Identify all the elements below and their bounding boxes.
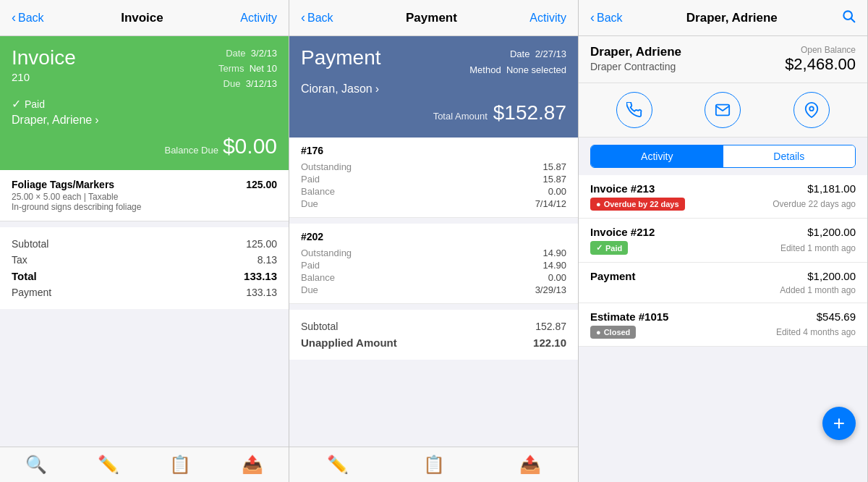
- total-amount-row: Total Amount $152.87: [301, 101, 566, 124]
- invoice-terms-row: Terms Net 10: [218, 62, 277, 77]
- overdue-badge: ● Overdue by 22 days: [590, 198, 685, 211]
- contact-nav-title: Draper, Adriene: [686, 11, 778, 25]
- payment-tab-bar: ✏️ 📋 📤: [289, 447, 578, 482]
- line2-outstanding: Outstanding 14.90: [301, 247, 566, 259]
- payment-panel: ‹ Back Payment Activity Payment Date 2/2…: [289, 0, 579, 482]
- payment-line-2-number: #202: [301, 231, 566, 242]
- tax-value: 8.13: [258, 254, 277, 266]
- terms-label: Terms: [218, 63, 244, 74]
- details-tab[interactable]: Details: [723, 145, 856, 167]
- invoice-paid-row: ✓ Paid: [12, 97, 277, 111]
- payment-line-2: #202 Outstanding 14.90 Paid 14.90 Balanc…: [289, 224, 578, 304]
- line-item-amount: 125.00: [246, 179, 277, 190]
- payment-edit-icon[interactable]: ✏️: [327, 454, 349, 475]
- activity-item-time: Added 1 month ago: [780, 285, 856, 295]
- invoice-title: Invoice: [12, 46, 76, 69]
- contact-name: Draper, Adriene: [590, 45, 681, 59]
- activity-item-sub: ● Closed Edited 4 months ago: [590, 326, 856, 339]
- invoice-header: Invoice 210 Date 3/2/13 Terms Net 10 Due…: [0, 36, 289, 170]
- line1-balance: Balance 0.00: [301, 185, 566, 198]
- contact-search-button[interactable]: [841, 9, 856, 27]
- list-item[interactable]: Invoice #213 $1,181.00 ● Overdue by 22 d…: [579, 175, 867, 219]
- closed-badge: ● Closed: [590, 326, 636, 339]
- contact-action-icons: [579, 83, 867, 138]
- invoice-back-button[interactable]: ‹ Back: [12, 10, 44, 25]
- svg-line-1: [851, 19, 855, 22]
- date-value: 3/2/13: [251, 48, 277, 59]
- invoice-tab-bar: 🔍 ✏️ 📋 📤: [0, 447, 289, 482]
- balance-due-row: Balance Due $0.00: [12, 134, 277, 158]
- activity-item-amount: $1,200.00: [807, 270, 856, 282]
- activity-item-sub: ● Overdue by 22 days Overdue 22 days ago: [590, 198, 856, 211]
- payment-share-icon[interactable]: 📤: [519, 454, 541, 475]
- line2-balance: Balance 0.00: [301, 271, 566, 284]
- contact-header: Draper, Adriene Draper Contracting Open …: [579, 36, 867, 83]
- list-item[interactable]: Estimate #1015 $545.69 ● Closed Edited 4…: [579, 303, 867, 347]
- summary-subtotal: Subtotal 152.87: [301, 318, 566, 334]
- activity-item-time: Overdue 22 days ago: [773, 199, 856, 209]
- due-label: Due: [224, 78, 241, 89]
- invoice-activity-button[interactable]: Activity: [240, 12, 277, 25]
- payment-date-label: Date: [510, 48, 529, 59]
- payment-date-value: 2/27/13: [535, 48, 566, 59]
- terms-value: Net 10: [250, 63, 277, 74]
- activity-item-amount: $545.69: [817, 310, 856, 323]
- list-item[interactable]: Invoice #212 $1,200.00 ✓ Paid Edited 1 m…: [579, 219, 867, 263]
- closed-icon: ●: [596, 328, 601, 337]
- paid-badge: ✓ Paid: [590, 241, 628, 255]
- fab-button[interactable]: +: [822, 407, 856, 440]
- balance-due-label: Balance Due: [164, 145, 218, 156]
- search-tab-icon[interactable]: 🔍: [25, 454, 47, 475]
- paid-check-icon: ✓: [596, 243, 603, 253]
- edit-tab-icon[interactable]: ✏️: [98, 454, 119, 475]
- tax-row: Tax 8.13: [12, 252, 277, 268]
- invoice-status: Paid: [25, 98, 45, 110]
- invoice-panel: ‹ Back Invoice Activity Invoice 210 Date…: [0, 0, 289, 482]
- line2-due: Due 3/29/13: [301, 284, 566, 296]
- line-items-section: Foliage Tags/Markers 125.00 25.00 × 5.00…: [0, 170, 289, 221]
- payment-client[interactable]: Cioran, Jason ›: [301, 83, 566, 96]
- totals-section: Subtotal 125.00 Tax 8.13 Total 133.13 Pa…: [0, 227, 289, 309]
- invoice-client-chevron: ›: [95, 114, 98, 127]
- invoice-nav-bar: ‹ Back Invoice Activity: [0, 0, 289, 36]
- activity-item-title: Payment: [590, 270, 636, 282]
- tax-label: Tax: [12, 254, 27, 266]
- due-value: 3/12/13: [246, 78, 277, 89]
- invoice-date-row: Date 3/2/13: [218, 46, 277, 62]
- payment-summary: Subtotal 152.87 Unapplied Amount 122.10: [289, 310, 578, 360]
- payment-line-1: #176 Outstanding 15.87 Paid 15.87 Balanc…: [289, 138, 578, 218]
- payment-date-row: Date 2/27/13: [469, 46, 566, 62]
- location-button[interactable]: [793, 92, 830, 128]
- contact-back-button[interactable]: ‹ Back: [590, 10, 623, 25]
- share-tab-icon[interactable]: 📤: [242, 454, 263, 475]
- invoice-client[interactable]: Draper, Adriene ›: [12, 114, 277, 127]
- line2-paid: Paid 14.90: [301, 259, 566, 271]
- payment-back-button[interactable]: ‹ Back: [301, 10, 333, 25]
- summary-unapplied: Unapplied Amount 122.10: [301, 334, 566, 351]
- payment-nav-bar: ‹ Back Payment Activity: [289, 0, 578, 36]
- payment-header: Payment Date 2/27/13 Method None selecte…: [289, 36, 578, 138]
- balance-due-amount: $0.00: [223, 134, 277, 158]
- payment-header-top: Payment Date 2/27/13 Method None selecte…: [301, 46, 566, 78]
- phone-button[interactable]: [616, 92, 652, 128]
- activity-item-amount: $1,200.00: [807, 226, 856, 238]
- activity-item-sub: ✓ Paid Edited 1 month ago: [590, 241, 856, 255]
- total-amount-label: Total Amount: [433, 111, 488, 122]
- activity-item-top: Estimate #1015 $545.69: [590, 310, 856, 323]
- subtotal-row: Subtotal 125.00: [12, 236, 277, 252]
- activity-item-title: Invoice #212: [590, 226, 655, 238]
- payment-method-value: None selected: [506, 64, 566, 75]
- list-item[interactable]: Payment $1,200.00 Added 1 month ago: [579, 263, 867, 303]
- payment-list-icon[interactable]: 📋: [423, 454, 445, 475]
- activity-list: Invoice #213 $1,181.00 ● Overdue by 22 d…: [579, 175, 867, 482]
- invoice-header-top: Invoice 210 Date 3/2/13 Terms Net 10 Due…: [12, 46, 277, 91]
- total-amount-value: $152.87: [493, 101, 566, 124]
- list-tab-icon[interactable]: 📋: [169, 454, 191, 475]
- activity-item-top: Invoice #212 $1,200.00: [590, 226, 856, 238]
- activity-tab[interactable]: Activity: [591, 145, 723, 167]
- invoice-number: 210: [12, 71, 76, 83]
- payment-activity-button[interactable]: Activity: [529, 12, 566, 25]
- email-button[interactable]: [705, 92, 741, 128]
- activity-item-sub: Added 1 month ago: [590, 285, 856, 295]
- subtotal-label: Subtotal: [12, 238, 48, 250]
